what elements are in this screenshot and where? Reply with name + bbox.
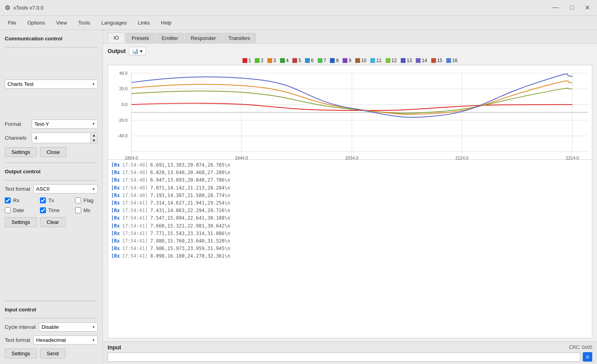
legend-color-10	[355, 58, 360, 63]
text-format2-dropdown[interactable]: Hexadecimal	[33, 336, 98, 345]
menu-view[interactable]: View	[51, 18, 72, 27]
legend-label-14: 14	[422, 58, 427, 63]
menu-links[interactable]: Links	[133, 18, 154, 27]
ms-checkbox[interactable]	[75, 207, 81, 213]
rx-checkbox[interactable]	[5, 197, 11, 203]
log-line: [Rx17:54:41]7.771,15.543,23.314,31.086\n	[111, 230, 589, 237]
output-chart-button[interactable]: 📊 ▼	[129, 47, 146, 55]
device-dropdown[interactable]: Charts Test	[5, 80, 98, 89]
log-time: 17:54:41]	[122, 230, 148, 237]
format-dropdown[interactable]: Text-Y	[32, 119, 98, 129]
legend-item-4: 4	[280, 58, 289, 63]
legend-item-6: 6	[305, 58, 314, 63]
input-title: Input	[108, 344, 121, 351]
channels-label: Channels	[5, 135, 28, 141]
channels-spinbox[interactable]: 4 ▲ ▼	[32, 133, 98, 144]
legend-label-11: 11	[376, 58, 381, 63]
log-time: 17:54:40]	[122, 169, 148, 176]
checkbox-row-2: Date Time Ms	[5, 207, 98, 213]
legend-label-2: 2	[261, 58, 263, 63]
svg-text:1944.0: 1944.0	[235, 155, 248, 159]
legend-color-15	[431, 58, 436, 63]
format-dropdown-wrap[interactable]: Text-Y	[32, 119, 98, 129]
text-format2-dropdown-wrap[interactable]: Hexadecimal	[33, 336, 98, 345]
cycle-interval-dropdown[interactable]: Disable	[39, 322, 98, 332]
flag-label: Flag	[83, 197, 103, 203]
log-rx-prefix: [Rx	[111, 245, 120, 252]
left-panel: Communication control Charts Test Format…	[0, 30, 103, 364]
chart-legend: 12345678910111213141516	[108, 58, 592, 63]
tab-presets[interactable]: Presets	[126, 33, 155, 43]
log-rx-prefix: [Rx	[111, 252, 120, 260]
output-log[interactable]: [Rx17:54:40]6.691,13.383,20.074,26.765\n…	[108, 160, 592, 338]
input-field[interactable]	[108, 353, 580, 362]
date-checkbox[interactable]	[5, 207, 11, 213]
log-rx-prefix: [Rx	[111, 169, 120, 176]
tab-transfers[interactable]: Transfers	[223, 33, 256, 43]
channels-down[interactable]: ▼	[91, 138, 97, 143]
maximize-button[interactable]: □	[567, 3, 576, 12]
menu-file[interactable]: File	[3, 18, 21, 27]
clear-button[interactable]: Clear	[40, 217, 66, 227]
log-line: [Rx17:54:41]7.660,15.321,22.981,30.642\n	[111, 222, 589, 230]
close-button[interactable]: ✕	[582, 3, 592, 12]
channels-row: Channels 4 ▲ ▼	[5, 133, 98, 144]
tab-emitter[interactable]: Emitter	[156, 33, 184, 43]
minimize-button[interactable]: —	[550, 3, 561, 12]
tab-io[interactable]: IO	[108, 32, 125, 43]
log-time: 17:54:41]	[122, 199, 148, 207]
ms-label: Ms	[83, 207, 103, 213]
log-data: 7.547,15.094,22.641,30.188\n	[150, 214, 230, 222]
send-icon: ≡	[586, 354, 589, 360]
output-header: Output 📊 ▼	[108, 47, 592, 55]
legend-label-5: 5	[298, 58, 301, 63]
cycle-interval-label: Cycle interval	[5, 324, 36, 330]
legend-label-7: 7	[324, 58, 326, 63]
svg-text:1854.0: 1854.0	[125, 155, 138, 159]
comm-close-button[interactable]: Close	[40, 147, 66, 157]
cycle-interval-dropdown-wrap[interactable]: Disable	[39, 322, 98, 332]
time-checkbox[interactable]	[40, 207, 46, 213]
legend-item-5: 5	[292, 58, 301, 63]
legend-item-1: 1	[243, 58, 251, 63]
comm-settings-button[interactable]: Settings	[5, 147, 37, 157]
format-row: Format Text-Y	[5, 119, 98, 129]
text-format-dropdown[interactable]: ASCII	[33, 184, 98, 193]
legend-item-10: 10	[355, 58, 366, 63]
log-time: 17:54:40]	[122, 192, 148, 199]
comm-buttons-row: Settings Close	[5, 147, 98, 157]
log-rx-prefix: [Rx	[111, 230, 120, 237]
input-settings-button[interactable]: Settings	[5, 349, 37, 358]
send-button[interactable]: Send	[40, 349, 65, 358]
log-line: [Rx17:54:41]7.880,15.760,23.640,31.520\n	[111, 237, 589, 245]
tab-responder[interactable]: Responder	[185, 33, 222, 43]
svg-text:0.0: 0.0	[121, 102, 127, 107]
tabs-bar: IO Presets Emitter Responder Transfers	[103, 30, 597, 44]
format-label: Format	[5, 121, 28, 127]
input-bar: Input CRC: 0x00 ≡	[103, 341, 597, 364]
input-field-row: ≡	[108, 352, 592, 362]
divider-5	[5, 318, 98, 318]
output-settings-button[interactable]: Settings	[5, 217, 37, 227]
text-format-dropdown-wrap[interactable]: ASCII	[33, 184, 98, 193]
flag-checkbox[interactable]	[75, 197, 81, 203]
menu-options[interactable]: Options	[23, 18, 50, 27]
legend-item-2: 2	[255, 58, 263, 63]
svg-text:20.0: 20.0	[119, 86, 127, 91]
menu-languages[interactable]: Languages	[97, 18, 131, 27]
legend-label-16: 16	[452, 58, 457, 63]
tx-checkbox[interactable]	[40, 197, 46, 203]
channels-up[interactable]: ▲	[91, 133, 97, 138]
chart-svg: 40.0 20.0 0.0 -20.0 -40.0 1854.0 1944.0 …	[108, 65, 592, 159]
device-dropdown-wrap[interactable]: Charts Test	[5, 51, 98, 117]
menu-tools[interactable]: Tools	[74, 18, 95, 27]
log-data: 7.771,15.543,23.314,31.086\n	[150, 230, 230, 237]
legend-color-2	[255, 58, 260, 63]
menu-help[interactable]: Help	[156, 18, 176, 27]
legend-label-10: 10	[361, 58, 366, 63]
input-send-icon-button[interactable]: ≡	[583, 352, 592, 362]
legend-color-1	[243, 58, 247, 63]
divider-1	[5, 47, 98, 47]
legend-color-12	[386, 58, 390, 63]
legend-item-3: 3	[267, 58, 276, 63]
